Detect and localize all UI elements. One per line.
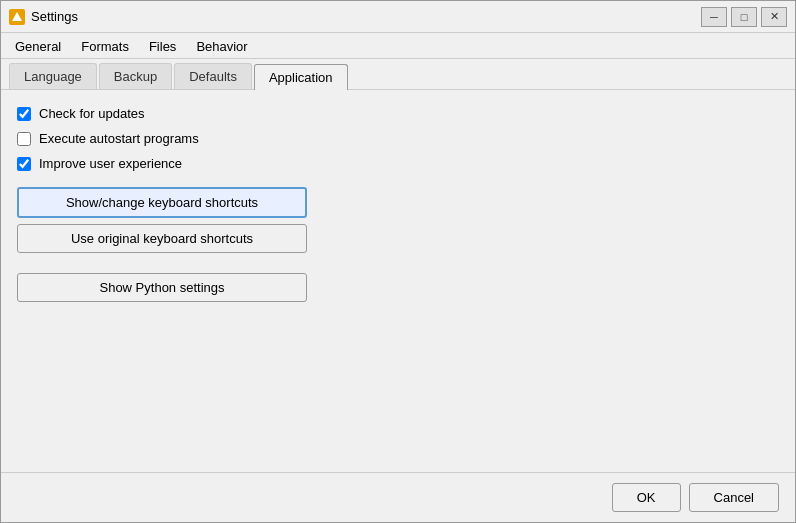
window-title: Settings: [31, 9, 701, 24]
svg-marker-0: [12, 12, 22, 21]
python-section: Show Python settings: [17, 263, 307, 302]
checkbox-experience-label[interactable]: Improve user experience: [39, 156, 182, 171]
checkbox-updates-label[interactable]: Check for updates: [39, 106, 145, 121]
tab-application[interactable]: Application: [254, 64, 348, 90]
settings-window: Settings ─ □ ✕ General Formats Files Beh…: [0, 0, 796, 523]
checkbox-row-experience: Improve user experience: [17, 156, 779, 171]
maximize-button[interactable]: □: [731, 7, 757, 27]
checkbox-row-autostart: Execute autostart programs: [17, 131, 779, 146]
close-button[interactable]: ✕: [761, 7, 787, 27]
shortcuts-buttons: Show/change keyboard shortcuts Use origi…: [17, 187, 307, 253]
title-bar: Settings ─ □ ✕: [1, 1, 795, 33]
minimize-button[interactable]: ─: [701, 7, 727, 27]
menu-bar: General Formats Files Behavior: [1, 33, 795, 59]
app-icon: [9, 9, 25, 25]
checkbox-experience[interactable]: [17, 157, 31, 171]
tab-bar: Language Backup Defaults Application: [1, 59, 795, 90]
tab-backup[interactable]: Backup: [99, 63, 172, 89]
show-python-settings-button[interactable]: Show Python settings: [17, 273, 307, 302]
checkbox-row-updates: Check for updates: [17, 106, 779, 121]
menu-files[interactable]: Files: [139, 35, 186, 58]
window-controls: ─ □ ✕: [701, 7, 787, 27]
cancel-button[interactable]: Cancel: [689, 483, 779, 512]
checkbox-updates[interactable]: [17, 107, 31, 121]
tab-language[interactable]: Language: [9, 63, 97, 89]
show-change-shortcuts-button[interactable]: Show/change keyboard shortcuts: [17, 187, 307, 218]
menu-formats[interactable]: Formats: [71, 35, 139, 58]
checkbox-autostart[interactable]: [17, 132, 31, 146]
checkbox-autostart-label[interactable]: Execute autostart programs: [39, 131, 199, 146]
tab-defaults[interactable]: Defaults: [174, 63, 252, 89]
menu-behavior[interactable]: Behavior: [186, 35, 257, 58]
ok-button[interactable]: OK: [612, 483, 681, 512]
content-area: Check for updates Execute autostart prog…: [1, 90, 795, 472]
footer: OK Cancel: [1, 472, 795, 522]
use-original-shortcuts-button[interactable]: Use original keyboard shortcuts: [17, 224, 307, 253]
menu-general[interactable]: General: [5, 35, 71, 58]
